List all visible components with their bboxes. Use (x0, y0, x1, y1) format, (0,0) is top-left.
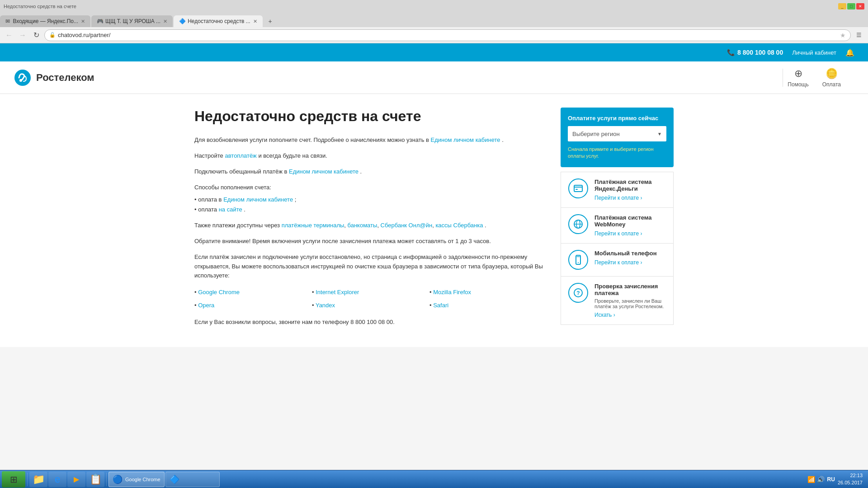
taskbar-chrome-app[interactable]: 🔵 Google Chrome (108, 472, 165, 487)
para-1: Для возобновления услуги пополните счет.… (194, 136, 547, 145)
bullet2-post: . (244, 206, 245, 213)
browser-tab-2[interactable]: 🎮 ЩЩ Т. Щ У ЯРОША ... ✕ (91, 15, 173, 27)
clock-date: 26.05.2017 (838, 479, 863, 486)
taskbar-skype-app[interactable]: 🔷 (165, 472, 220, 487)
browser-chrome-link-item: • Google Chrome (194, 288, 312, 297)
phone-display: 📞 8 800 100 08 00 (727, 49, 783, 56)
ie-icon: e (55, 474, 60, 485)
check-payment-desc: Проверьте, зачислен ли Ваш платёж за усл… (594, 298, 666, 309)
webmoney-payment-link[interactable]: Перейти к оплате › (594, 230, 642, 237)
nav-payment[interactable]: 🪙 Оплата (822, 68, 841, 88)
atm-link[interactable]: банкоматы (348, 222, 377, 229)
tab-close-1[interactable]: ✕ (81, 19, 85, 24)
taskbar-files-btn[interactable]: 📋 (86, 472, 104, 487)
personal-cabinet-link-2[interactable]: Едином личном кабинете (289, 168, 359, 175)
nav-payment-label: Оплата (822, 81, 841, 88)
start-button[interactable]: ⊞ (2, 471, 25, 488)
safari-link[interactable]: Safari (433, 302, 448, 309)
site-link[interactable]: на сайте (219, 206, 242, 213)
sberbank-online-link[interactable]: Сбербанк Онл@йн (381, 222, 433, 229)
logo-icon (14, 69, 32, 87)
contact-para: Если у Вас возникли вопросы, звоните нам… (194, 318, 547, 327)
check-payment-title: Проверка зачисления платежа (594, 283, 666, 296)
forward-button[interactable]: → (17, 30, 28, 41)
browser-firefox-link-item: • Mozilla Firefox (429, 288, 547, 297)
bullet-yandex: • (312, 302, 316, 309)
yandex-link[interactable]: Yandex (316, 302, 335, 309)
browser-chrome: Недостаточно средств на счете _ □ ✕ ✉ Вх… (0, 0, 868, 43)
tab-favicon-1: ✉ (5, 18, 10, 24)
yandex-payment-icon (568, 178, 588, 198)
para1-dot: . (502, 136, 504, 143)
taskbar-ie-btn[interactable]: e (48, 472, 66, 487)
payment-icon: 🪙 (826, 68, 838, 80)
browser-yandex-link-item: • Yandex (312, 301, 429, 310)
bullet1-pre: • оплата в (194, 196, 222, 203)
note-1: Обратите внимание! Время включения услуг… (194, 237, 547, 246)
tab-favicon-3: 🔷 (179, 18, 185, 24)
personal-cabinet-link-3[interactable]: Едином личном кабинете (223, 196, 293, 203)
chrome-link[interactable]: Google Chrome (198, 289, 240, 296)
start-icon: ⊞ (10, 474, 18, 485)
personal-cabinet-link[interactable]: Личный кабинет (792, 49, 836, 56)
firefox-link[interactable]: Mozilla Firefox (433, 289, 471, 296)
nav-help[interactable]: ⊕ Помощь (788, 68, 808, 88)
tab-favicon-2: 🎮 (97, 18, 103, 24)
comma1: , (344, 222, 347, 229)
taskbar-media-btn[interactable]: ▶ (67, 472, 85, 487)
reload-button[interactable]: ↻ (31, 30, 42, 41)
payment-card-webmoney: Платёжная система WebMoney Перейти к опл… (561, 208, 674, 244)
address-text: chatovod.ru/partner/ (58, 32, 838, 38)
svg-point-0 (14, 70, 31, 86)
language-indicator: RU (827, 476, 835, 483)
bullet-ie: • (312, 289, 316, 296)
browsers-list: • Google Chrome • Internet Explorer • Mo… (194, 287, 547, 311)
network-icon: 📶 (807, 476, 815, 483)
new-tab-button[interactable]: + (264, 15, 277, 27)
mobile-payment-link[interactable]: Перейти к оплате › (594, 259, 642, 266)
para2-pre: Настройте (194, 152, 223, 159)
sberbank-cash-link[interactable]: кассы Сбербанка (435, 222, 483, 229)
para5-pre: Также платежи доступны через (194, 222, 280, 229)
menu-button[interactable]: ☰ (854, 30, 864, 41)
para-2: Настройте автоплатёж и всегда будьте на … (194, 151, 547, 161)
ie-link[interactable]: Internet Explorer (316, 289, 359, 296)
para-3: Подключить обещанный платёж в Едином лич… (194, 167, 547, 177)
browser-tab-3[interactable]: 🔷 Недостаточно средств ... ✕ (174, 15, 262, 27)
bookmark-star-icon[interactable]: ★ (840, 32, 846, 39)
personal-cabinet-link-1[interactable]: Едином личном кабинете (431, 136, 500, 143)
svg-rect-3 (576, 189, 578, 190)
check-payment-link[interactable]: Искать › (594, 312, 615, 318)
maximize-button[interactable]: □ (847, 3, 855, 9)
svg-rect-2 (574, 185, 582, 192)
bullet-2: • оплата на сайте . (194, 205, 547, 215)
bullet2-pre: • оплата (194, 206, 217, 213)
terminals-link[interactable]: платёжные терминалы (282, 222, 344, 229)
bullet-chrome: • (194, 289, 198, 296)
taskbar-explorer-btn[interactable]: 📁 (29, 472, 47, 487)
phone-icon: 📞 (727, 49, 735, 56)
browser-opera-link-item: • Opera (194, 301, 312, 310)
tab-close-2[interactable]: ✕ (163, 19, 167, 24)
browser-tab-1[interactable]: ✉ Входящие — Яндекс.По... ✕ (0, 15, 90, 27)
tab-close-3[interactable]: ✕ (253, 19, 257, 24)
chrome-taskbar-icon: 🔵 (113, 474, 123, 484)
browser-safari-link-item: • Safari (429, 301, 547, 310)
tab-label-2: ЩЩ Т. Щ У ЯРОША ... (105, 18, 160, 24)
address-bar[interactable]: 🔓 chatovod.ru/partner/ ★ (44, 29, 851, 41)
taskbar-divider-2 (106, 473, 107, 486)
page-title: Недостаточно средств на счете (194, 108, 547, 125)
content-wrapper: Недостаточно средств на счете Для возобн… (185, 94, 683, 347)
yandex-payment-link[interactable]: Перейти к оплате › (594, 195, 642, 201)
opera-link[interactable]: Opera (198, 302, 214, 309)
header-nav: ⊕ Помощь 🪙 Оплата (788, 68, 841, 88)
region-select[interactable]: Выберите регион (568, 126, 666, 141)
para1-text: Для возобновления услуги пополните счет.… (194, 136, 429, 143)
cache-para: Если платёж зачислен и подключение услуг… (194, 253, 547, 281)
payment-card-check: ? Проверка зачисления платежа Проверьте,… (561, 277, 674, 325)
close-button[interactable]: ✕ (856, 3, 864, 9)
minimize-button[interactable]: _ (838, 3, 846, 9)
tab-label-1: Входящие — Яндекс.По... (13, 18, 78, 24)
back-button[interactable]: ← (4, 30, 14, 41)
autopay-link[interactable]: автоплатёж (225, 152, 256, 159)
